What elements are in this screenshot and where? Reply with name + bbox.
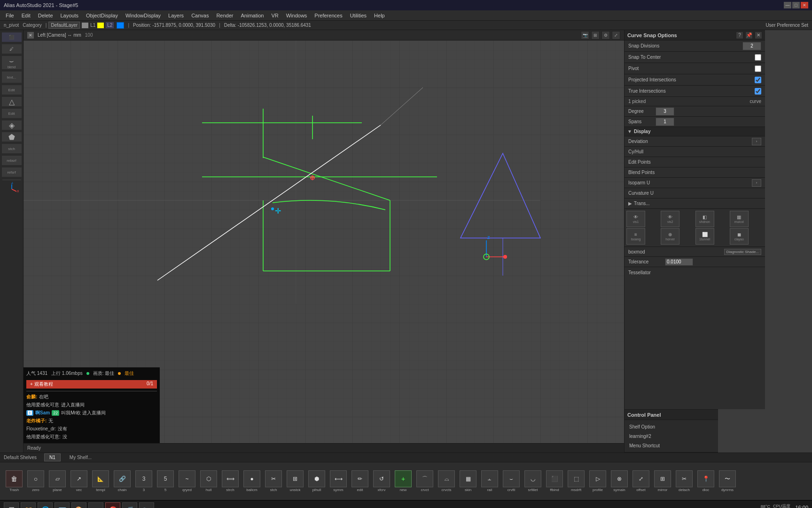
- menu-item-windowdisplay[interactable]: WindowDisplay: [122, 12, 164, 19]
- shelf-item-crvfil[interactable]: ⌣ crvfil: [501, 470, 522, 492]
- menu-item-vr[interactable]: VR: [267, 12, 282, 19]
- vp-camera-icon[interactable]: 📷: [581, 31, 589, 40]
- layer-l2[interactable]: L2: [106, 22, 114, 28]
- spans-input[interactable]: [656, 118, 674, 126]
- sidebar-item-rebsrf[interactable]: rebsrf: [1, 155, 22, 166]
- menu-item-delete[interactable]: Delete: [34, 12, 57, 19]
- thumb-clayao[interactable]: ◼ clayao: [730, 228, 749, 245]
- panel-close-icon[interactable]: ✕: [755, 32, 762, 39]
- isoparm-expand-btn[interactable]: ›: [752, 179, 761, 187]
- menu-item-windows[interactable]: Windows: [282, 12, 311, 19]
- close-button[interactable]: ✕: [801, 2, 808, 8]
- shelf-item-dloc[interactable]: 📍 dloc: [695, 470, 716, 492]
- shelf-item-new[interactable]: + new: [393, 470, 414, 492]
- shelf-tab-n1[interactable]: N1: [44, 453, 61, 461]
- taskbar-app5-btn[interactable]: 📷: [139, 502, 154, 508]
- cp-learning[interactable]: learning#2: [628, 431, 714, 441]
- shelf-item-crvct[interactable]: ⌒ crvct: [414, 470, 435, 492]
- menu-item-layers[interactable]: Layers: [164, 12, 187, 19]
- sidebar-item-icon3[interactable]: ◈: [1, 120, 22, 130]
- shelf-tab-my-shelf[interactable]: My Shelf...: [64, 453, 97, 461]
- shelf-item-3[interactable]: 3 3: [133, 470, 154, 492]
- menu-item-utilities[interactable]: Utilities: [346, 12, 370, 19]
- thumb-horver[interactable]: ⊕ horver: [661, 228, 679, 245]
- sidebar-item-icon4[interactable]: ⬟: [1, 132, 22, 142]
- projected-intersections-checkbox[interactable]: [755, 77, 761, 83]
- shelf-item-offset[interactable]: ⤢ offset: [631, 470, 651, 492]
- tolerance-input[interactable]: [665, 258, 693, 266]
- viewport-close-btn[interactable]: ✕: [27, 32, 34, 39]
- maximize-button[interactable]: □: [792, 2, 800, 8]
- taskbar-file-btn[interactable]: 📁: [21, 502, 36, 508]
- layer-default[interactable]: DefaultLayer: [48, 22, 80, 29]
- taskbar-app2-btn[interactable]: ▶: [88, 502, 103, 508]
- thumb-1tunnel[interactable]: ⬜ 1tunnel: [695, 228, 714, 245]
- shelf-item-stch[interactable]: ✂ stch: [263, 470, 284, 492]
- shelf-item-srfillet[interactable]: ◡ srfillet: [523, 470, 543, 492]
- vp-settings-icon[interactable]: ⚙: [601, 31, 610, 40]
- taskbar-start-btn[interactable]: ⊞: [4, 502, 19, 508]
- shelf-item-templ[interactable]: 📐 templ: [90, 470, 111, 492]
- snap-divisions-input[interactable]: [742, 42, 761, 50]
- sidebar-item-rm[interactable]: ⬛: [1, 32, 22, 42]
- thumb-lsoang[interactable]: ≡ lsoang: [626, 228, 645, 245]
- shelf-item-zero[interactable]: ○ zero: [25, 470, 46, 492]
- cp-menu-shortcut[interactable]: Menu Shortcut: [628, 441, 714, 450]
- shelf-item-ffbind[interactable]: ⬛ ffbind: [544, 470, 565, 492]
- vp-fullscreen-icon[interactable]: ⤢: [612, 31, 620, 40]
- shelf-item-msdrft[interactable]: ⬚ msdrft: [566, 470, 586, 492]
- shelf-item-5[interactable]: 5 5: [155, 470, 176, 492]
- shelf-item-hull[interactable]: ⬡ hull: [198, 470, 219, 492]
- shelf-item-strch[interactable]: ⟺ strch: [220, 470, 241, 492]
- shelf-item-mirror[interactable]: ⊞ mirror: [652, 470, 673, 492]
- shelf-item-profile[interactable]: ▷ profile: [587, 470, 608, 492]
- diag-shade-btn[interactable]: Diagnostic Shade...: [724, 249, 761, 255]
- shelf-item-crvctr[interactable]: ⌓ crvcts: [436, 470, 457, 492]
- shelf-item-symain[interactable]: ⊗ symain: [609, 470, 630, 492]
- shelf-item-chain[interactable]: 🔗 chain: [112, 470, 133, 492]
- menu-item-help[interactable]: Help: [370, 12, 389, 19]
- menu-item-preferences[interactable]: Preferences: [311, 12, 346, 19]
- sidebar-item-edit2[interactable]: Edit: [1, 108, 22, 119]
- panel-help-icon[interactable]: ?: [736, 32, 743, 39]
- shelf-item-plhull[interactable]: ⬢ plhull: [306, 470, 327, 492]
- sidebar-item-refsrf[interactable]: refsrf: [1, 167, 22, 177]
- cp-shelf-options[interactable]: Shelf Option: [628, 422, 714, 431]
- thumb-shdnon[interactable]: ◧ shdnon: [695, 211, 714, 227]
- menu-item-animation[interactable]: Animation: [237, 12, 268, 19]
- shelf-item-vec[interactable]: ↗ vec: [69, 470, 89, 492]
- vp-grid-icon[interactable]: ⊞: [591, 31, 600, 40]
- taskbar-app3-btn[interactable]: 🔴: [105, 502, 120, 508]
- shelf-item-trash[interactable]: 🗑 Trash: [4, 470, 24, 492]
- sidebar-item-text[interactable]: text...: [1, 71, 22, 83]
- minimize-button[interactable]: —: [784, 2, 791, 8]
- sidebar-item-icon2[interactable]: △: [1, 96, 22, 107]
- menu-item-file[interactable]: File: [2, 12, 18, 19]
- thumb-vis2[interactable]: 👁 vis2: [661, 211, 679, 227]
- deviation-expand-btn[interactable]: ›: [752, 138, 761, 145]
- menu-item-layouts[interactable]: Layouts: [57, 12, 83, 19]
- shelf-item-skin[interactable]: ▦ skin: [458, 470, 478, 492]
- taskbar-app4-btn[interactable]: 🎵: [122, 502, 137, 508]
- sidebar-item-stch[interactable]: stch: [1, 143, 22, 154]
- sidebar-item-tool1[interactable]: 🖊: [1, 44, 22, 54]
- shelf-item-edit[interactable]: ✏ edit: [350, 470, 370, 492]
- shelf-item-xfcrv[interactable]: ↺ xfcrv: [371, 470, 392, 492]
- thumb-vis1[interactable]: 👁 vis1: [626, 211, 645, 227]
- shelf-item-rail[interactable]: ⫠ rail: [479, 470, 500, 492]
- pivot-checkbox[interactable]: [755, 65, 761, 72]
- menu-item-canvas[interactable]: Canvas: [187, 12, 212, 19]
- taskbar-mail-btn[interactable]: 📧: [55, 502, 70, 508]
- panel-pin-icon[interactable]: 📌: [745, 32, 753, 39]
- display-section-header[interactable]: ▼ Display: [625, 127, 765, 136]
- menu-item-edit[interactable]: Edit: [18, 12, 34, 19]
- shelf-item-plane[interactable]: ▱ plane: [47, 470, 68, 492]
- thumb-mulcol[interactable]: ▦ mulcol: [730, 211, 749, 227]
- menu-item-objectdisplay[interactable]: ObjectDisplay: [82, 12, 122, 19]
- taskbar-app1-btn[interactable]: 🎨: [71, 502, 86, 508]
- shelf-item-ballcrn[interactable]: ● ballcrn: [242, 470, 262, 492]
- tutorial-button[interactable]: + 观看教程 0/1: [26, 380, 157, 389]
- sidebar-item-edit1[interactable]: Edit: [1, 85, 22, 95]
- sidebar-item-blend[interactable]: ⌣ blend: [1, 56, 22, 70]
- true-intersections-checkbox[interactable]: [755, 88, 761, 95]
